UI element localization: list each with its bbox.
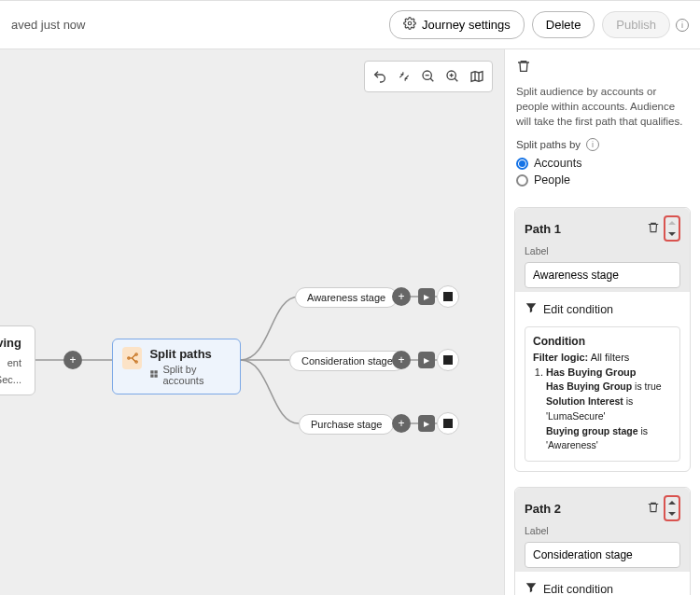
path-2-block: Path 2 Label Edit condit (514, 487, 691, 595)
delete-button[interactable]: Delete (532, 11, 595, 38)
svg-point-0 (408, 21, 412, 25)
filter-logic-label: Filter logic: (533, 352, 588, 363)
radio-dot-checked (516, 158, 528, 170)
svg-rect-13 (151, 370, 154, 373)
split-paths-node[interactable]: Split paths Split by accounts (112, 339, 241, 394)
move-up-path-2[interactable] (665, 497, 679, 508)
edit-condition-path-1[interactable]: Edit condition (515, 292, 690, 326)
radio-people-label: People (534, 173, 570, 187)
next-step-awareness[interactable]: ▸ (418, 288, 435, 305)
svg-point-12 (135, 361, 137, 363)
radio-people[interactable]: People (516, 173, 689, 187)
journey-settings-label: Journey settings (422, 18, 511, 32)
condition-heading: Condition (533, 335, 672, 348)
path-1-sublabel: Label (525, 245, 680, 256)
split-node-title: Split paths (149, 347, 231, 361)
topbar: aved just now Journey settings Delete Pu… (0, 1, 700, 49)
svg-point-10 (127, 357, 129, 359)
reorder-path-1 (664, 215, 680, 242)
delete-label: Delete (546, 18, 581, 32)
zoom-in-button[interactable] (441, 65, 464, 88)
split-node-subtitle: Split by accounts (149, 364, 231, 386)
delete-path-2-icon[interactable] (647, 501, 660, 517)
undo-button[interactable] (369, 65, 391, 88)
add-step-purchase[interactable]: + (392, 414, 411, 433)
info-icon[interactable]: i (676, 19, 689, 32)
cond-1-title: Has Buying Group (546, 367, 637, 378)
fit-icon[interactable] (393, 65, 415, 88)
filter-logic: Filter logic: All filters (533, 352, 672, 363)
end-node-consideration[interactable] (437, 349, 459, 371)
path-1-title: Path 1 (525, 222, 647, 236)
properties-panel: Split audience by accounts or people wit… (504, 49, 700, 595)
map-icon[interactable] (466, 65, 488, 88)
delete-path-1-icon[interactable] (647, 221, 660, 237)
publish-button: Publish (602, 11, 670, 38)
edit-condition-label: Edit condition (543, 303, 613, 316)
radio-accounts[interactable]: Accounts (516, 157, 689, 170)
panel-description: Split audience by accounts or people wit… (505, 76, 700, 138)
move-down-path-1[interactable] (665, 228, 679, 240)
svg-rect-16 (155, 374, 158, 377)
edit-condition-label: Edit condition (543, 583, 613, 595)
filter-icon (525, 581, 538, 595)
end-node-purchase[interactable] (437, 412, 459, 435)
cond-1c: Buying group stage is 'Awareness' (546, 424, 672, 454)
svg-rect-15 (151, 374, 154, 377)
reorder-path-2 (664, 495, 680, 521)
zoom-out-button[interactable] (417, 65, 440, 88)
add-step-button[interactable]: + (63, 351, 82, 369)
source-sub2: umaSec... (0, 374, 21, 385)
next-step-purchase[interactable]: ▸ (418, 415, 435, 432)
end-node-awareness[interactable] (437, 285, 459, 308)
split-by-label: Split paths by i (516, 138, 689, 151)
svg-rect-14 (155, 370, 158, 373)
branch-consideration[interactable]: Consideration stage (289, 351, 405, 371)
split-icon (122, 347, 142, 369)
split-node-subtitle-text: Split by accounts (162, 364, 231, 386)
add-step-consideration[interactable]: + (392, 351, 411, 369)
svg-line-7 (455, 78, 457, 81)
branch-awareness[interactable]: Awareness stage (295, 287, 398, 308)
svg-point-11 (135, 353, 137, 355)
move-down-path-2[interactable] (665, 508, 679, 519)
filter-logic-value: All filters (591, 352, 630, 363)
canvas-toolbar (364, 61, 493, 92)
journey-canvas[interactable]: ving ent umaSec... + Split paths Split b… (0, 49, 504, 595)
condition-card-path-1: Condition Filter logic: All filters Has … (525, 326, 680, 462)
split-by-label-text: Split paths by (516, 139, 581, 150)
source-title: ving (0, 336, 21, 350)
save-status: aved just now (11, 18, 86, 32)
source-sub1: ent (0, 357, 21, 368)
radio-dot-unchecked (516, 174, 528, 187)
radio-accounts-label: Accounts (534, 157, 581, 170)
edit-condition-path-2[interactable]: Edit condition (515, 572, 690, 595)
next-step-consideration[interactable]: ▸ (418, 352, 435, 368)
path-2-sublabel: Label (525, 525, 680, 536)
cond-1a: Has Buying Group is true (546, 380, 672, 394)
cond-1b: Solution Interest is 'LumaSecure' (546, 394, 672, 424)
move-up-path-1[interactable] (665, 217, 679, 228)
filter-icon (525, 301, 538, 317)
add-step-awareness[interactable]: + (392, 287, 411, 306)
journey-settings-button[interactable]: Journey settings (389, 10, 525, 39)
publish-label: Publish (616, 18, 656, 32)
source-node[interactable]: ving ent umaSec... (0, 325, 35, 395)
svg-line-3 (430, 78, 433, 81)
path-1-label-input[interactable] (525, 262, 680, 288)
accounts-icon (149, 369, 159, 381)
delete-node-icon[interactable] (516, 59, 531, 76)
info-icon[interactable]: i (586, 138, 599, 151)
gear-icon (403, 17, 416, 33)
path-2-title: Path 2 (525, 502, 647, 516)
path-2-label-input[interactable] (525, 542, 680, 568)
path-1-block: Path 1 Label Edit condit (514, 207, 691, 472)
branch-purchase[interactable]: Purchase stage (299, 414, 394, 435)
